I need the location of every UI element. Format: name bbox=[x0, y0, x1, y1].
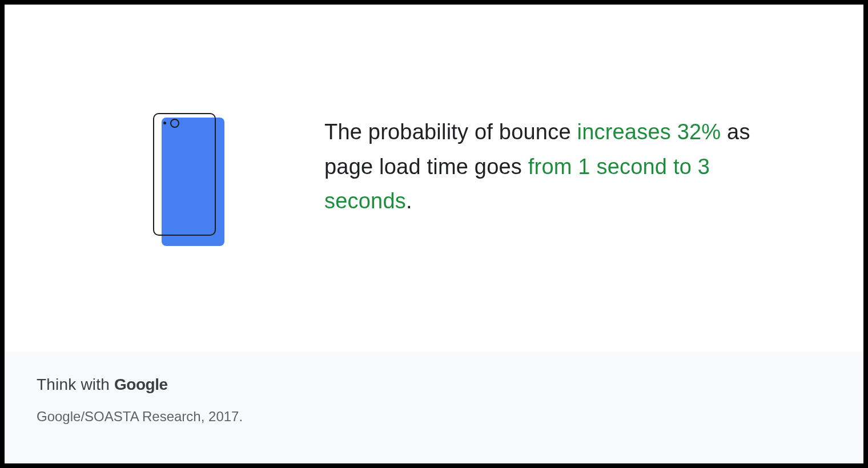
infographic-card: The probability of bounce increases 32% … bbox=[5, 5, 863, 463]
phone-illustration bbox=[5, 5, 273, 352]
stat-part1: The probability of bounce bbox=[324, 120, 577, 144]
brand-line: Think with Google bbox=[37, 376, 831, 394]
phone-outline-icon bbox=[153, 113, 216, 236]
phone-camera-icon bbox=[170, 119, 179, 128]
source-citation: Google/SOASTA Research, 2017. bbox=[37, 409, 831, 425]
brand-name: Google bbox=[114, 376, 167, 394]
stat-part3: . bbox=[406, 189, 412, 213]
footer: Think with Google Google/SOASTA Research… bbox=[5, 352, 863, 463]
brand-prefix: Think with bbox=[37, 376, 110, 394]
statistic-text-block: The probability of bounce increases 32% … bbox=[273, 93, 863, 240]
main-content: The probability of bounce increases 32% … bbox=[5, 5, 863, 352]
phone-sensor-dot-icon bbox=[163, 122, 166, 124]
stat-highlight1: increases 32% bbox=[577, 120, 721, 144]
statistic-sentence: The probability of bounce increases 32% … bbox=[324, 115, 778, 219]
